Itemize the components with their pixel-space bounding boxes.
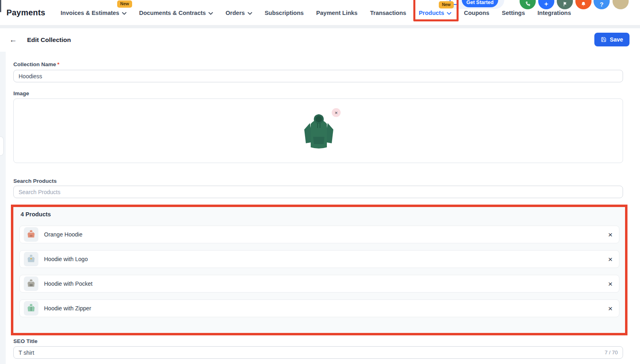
nav-invoices-estimates[interactable]: Invoices & Estimates New — [61, 10, 126, 16]
product-thumbnail — [24, 276, 38, 291]
nav-coupons[interactable]: Coupons — [464, 10, 489, 16]
product-row[interactable]: Hoodie with Logo × — [19, 250, 619, 268]
nav-label: Documents & Contracts — [139, 10, 206, 16]
collection-image-hoodie — [299, 112, 339, 151]
nav-items: Invoices & Estimates New Documents & Con… — [61, 10, 571, 16]
nav-label: Subscriptions — [265, 10, 304, 16]
new-badge: New — [117, 0, 133, 8]
nav-label: Orders — [225, 10, 245, 16]
required-asterisk: * — [57, 61, 59, 67]
chevron-down-icon — [248, 12, 252, 15]
label-text: Collection Name — [13, 61, 56, 67]
seo-title-input[interactable] — [13, 346, 623, 359]
nav-documents-contracts[interactable]: Documents & Contracts — [139, 10, 213, 16]
image-label: Image — [13, 90, 29, 96]
back-button[interactable]: ← — [9, 36, 17, 44]
product-thumbnail — [24, 227, 38, 242]
bell-icon — [581, 1, 586, 7]
seo-title-field: 7 / 70 — [13, 346, 623, 359]
get-started-button[interactable]: Get Started — [462, 0, 498, 7]
question-icon: ? — [600, 1, 603, 8]
collection-name-label: Collection Name* — [13, 61, 59, 67]
product-row[interactable]: Orange Hoodie × — [19, 226, 619, 243]
page-header: ← Edit Collection Save — [0, 28, 640, 52]
sidebar-toggle-handle[interactable] — [0, 136, 4, 156]
remove-product-button[interactable]: × — [608, 231, 613, 238]
remove-image-button[interactable]: × — [332, 108, 341, 117]
save-icon — [601, 37, 606, 42]
window-edge — [0, 0, 1, 12]
nav-transactions[interactable]: Transactions — [370, 10, 406, 16]
image-upload-box[interactable]: × — [13, 98, 623, 163]
phone-icon — [525, 1, 531, 7]
remove-product-button[interactable]: × — [608, 255, 613, 263]
nav-subscriptions[interactable]: Subscriptions — [265, 10, 304, 16]
payments-brand: Payments — [6, 8, 45, 17]
header-divider — [0, 25, 640, 28]
search-products-input[interactable] — [13, 186, 623, 198]
nav-label: Integrations — [537, 10, 571, 16]
chevron-down-icon — [122, 12, 126, 15]
page-title: Edit Collection — [27, 36, 71, 44]
nav-label: Coupons — [464, 10, 489, 16]
collection-name-input[interactable] — [13, 70, 623, 82]
flag-icon — [562, 1, 568, 7]
save-button[interactable]: Save — [594, 33, 629, 46]
annotation-box-products-list: 4 Products Orange Hoodie × Hoodie with L… — [11, 205, 627, 335]
remove-product-button[interactable]: × — [608, 280, 613, 288]
products-count: 4 Products — [21, 211, 51, 218]
product-name: Orange Hoodie — [44, 231, 82, 238]
nav-label: Payment Links — [316, 10, 358, 16]
product-thumbnail — [24, 301, 38, 316]
nav-settings[interactable]: Settings — [502, 10, 525, 16]
sparkle-icon — [543, 1, 549, 7]
main-content: Collection Name* Image × Search — [0, 52, 640, 364]
left-gutter — [0, 52, 6, 364]
nav-orders[interactable]: Orders — [225, 10, 252, 16]
search-products-label: Search Products — [13, 178, 57, 184]
product-row[interactable]: Hoodie with Zipper × — [19, 299, 619, 317]
char-counter: 7 / 70 — [604, 349, 618, 356]
product-thumbnail — [24, 252, 38, 266]
product-row[interactable]: Hoodie with Pocket × — [19, 275, 619, 293]
nav-label: Products — [419, 10, 444, 16]
nav-label: Invoices & Estimates — [61, 10, 119, 16]
product-name: Hoodie with Zipper — [44, 305, 91, 312]
nav-products[interactable]: Products New — [419, 10, 451, 16]
nav-integrations[interactable]: Integrations — [537, 10, 571, 16]
remove-product-button[interactable]: × — [608, 305, 613, 312]
product-name: Hoodie with Logo — [44, 256, 88, 262]
nav-payment-links[interactable]: Payment Links — [316, 10, 358, 16]
seo-title-label: SEO Title — [13, 338, 38, 344]
chevron-down-icon — [447, 12, 451, 15]
nav-label: Settings — [502, 10, 525, 16]
product-name: Hoodie with Pocket — [44, 280, 93, 287]
save-label: Save — [610, 36, 623, 43]
new-badge: New — [439, 1, 454, 8]
nav-label: Transactions — [370, 10, 406, 16]
chevron-down-icon — [208, 12, 213, 15]
